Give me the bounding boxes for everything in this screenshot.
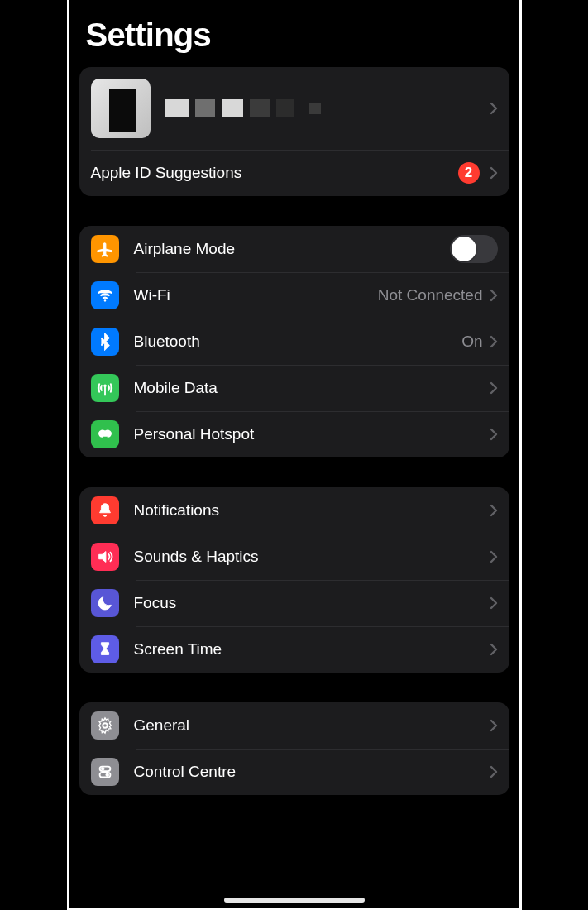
svg-point-0 [103, 299, 105, 301]
wifi-label: Wi-Fi [134, 286, 378, 304]
screen-time-label: Screen Time [134, 640, 490, 659]
chevron-right-icon [490, 335, 498, 348]
mobile-data-label: Mobile Data [134, 379, 490, 397]
chevron-right-icon [490, 550, 498, 563]
chevron-right-icon [490, 428, 498, 441]
svg-point-5 [101, 768, 104, 771]
wifi-value: Not Connected [378, 286, 483, 304]
chevron-right-icon [490, 504, 498, 517]
settings-scroll[interactable]: Settings Apple ID Suggestions 2 [69, 17, 519, 795]
suggestions-badge: 2 [458, 162, 480, 184]
sounds-label: Sounds & Haptics [134, 548, 490, 566]
chevron-right-icon [490, 643, 498, 656]
alerts-group: Notifications Sounds & Haptics Focus [79, 487, 509, 673]
chevron-right-icon [490, 719, 498, 732]
hourglass-icon [91, 635, 119, 663]
avatar [91, 79, 151, 138]
notifications-row[interactable]: Notifications [79, 487, 509, 534]
svg-point-3 [103, 723, 108, 728]
chevron-right-icon [490, 596, 498, 610]
home-indicator[interactable] [224, 898, 365, 903]
bell-icon [91, 496, 119, 524]
gear-icon [91, 711, 119, 740]
antenna-icon [91, 374, 119, 402]
notifications-label: Notifications [134, 501, 490, 520]
bluetooth-value: On [461, 333, 482, 351]
sounds-row[interactable]: Sounds & Haptics [79, 534, 509, 580]
svg-point-7 [105, 774, 108, 777]
airplane-icon [91, 235, 119, 263]
page-title: Settings [86, 17, 509, 54]
screen-time-row[interactable]: Screen Time [79, 626, 509, 673]
chevron-right-icon [490, 381, 498, 395]
stage: Settings Apple ID Suggestions 2 [0, 0, 588, 910]
wifi-icon [91, 281, 119, 309]
phone-frame: Settings Apple ID Suggestions 2 [67, 0, 522, 910]
moon-icon [91, 589, 119, 617]
apple-id-suggestions-label: Apple ID Suggestions [91, 164, 458, 182]
svg-point-2 [104, 385, 106, 386]
control-centre-label: Control Centre [134, 763, 490, 781]
focus-row[interactable]: Focus [79, 580, 509, 626]
airplane-mode-toggle[interactable] [450, 235, 498, 263]
chevron-right-icon [490, 166, 498, 180]
apple-id-row[interactable] [79, 67, 509, 150]
airplane-mode-label: Airplane Mode [134, 240, 450, 258]
hotspot-icon [91, 420, 119, 448]
personal-hotspot-label: Personal Hotspot [134, 425, 490, 443]
control-centre-row[interactable]: Control Centre [79, 749, 509, 795]
general-group: General Control Centre [79, 702, 509, 795]
general-row[interactable]: General [79, 702, 509, 749]
redacted-name [165, 99, 490, 117]
apple-id-suggestions-row[interactable]: Apple ID Suggestions 2 [79, 150, 509, 196]
bluetooth-icon [91, 328, 119, 356]
airplane-mode-row[interactable]: Airplane Mode [79, 226, 509, 272]
wifi-row[interactable]: Wi-Fi Not Connected [79, 272, 509, 318]
chevron-right-icon [490, 289, 498, 302]
focus-label: Focus [134, 594, 490, 612]
speaker-icon [91, 543, 119, 571]
chevron-right-icon [490, 102, 498, 115]
apple-id-group: Apple ID Suggestions 2 [79, 67, 509, 196]
sliders-icon [91, 758, 119, 786]
personal-hotspot-row[interactable]: Personal Hotspot [79, 411, 509, 457]
mobile-data-row[interactable]: Mobile Data [79, 365, 509, 411]
chevron-right-icon [490, 765, 498, 778]
network-group: Airplane Mode Wi-Fi Not Connected Blueto… [79, 226, 509, 457]
bluetooth-row[interactable]: Bluetooth On [79, 318, 509, 365]
bluetooth-label: Bluetooth [134, 333, 462, 351]
general-label: General [134, 716, 490, 735]
